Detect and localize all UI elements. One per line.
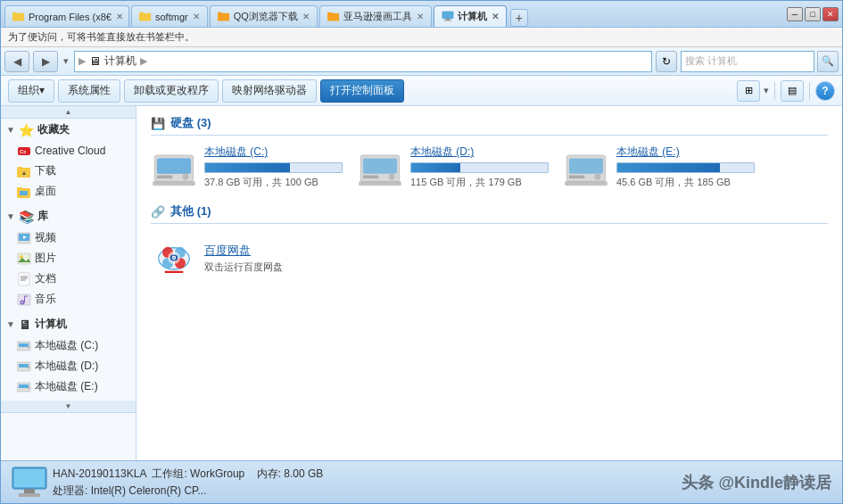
help-button[interactable]: ?: [815, 81, 835, 101]
sidebar-item-label: Creative Cloud: [35, 145, 105, 157]
other-section: 🔗 其他 (1): [151, 203, 828, 283]
new-tab-button[interactable]: +: [510, 9, 528, 27]
path-separator: ▶: [79, 55, 86, 67]
drive-e-name: 本地磁盘 (E:): [616, 145, 755, 160]
svg-point-36: [28, 346, 29, 348]
tab-amazon-tool[interactable]: 亚马逊漫画工具 ✕: [319, 5, 432, 27]
drive-e-svg: [563, 145, 609, 188]
close-button[interactable]: ✕: [822, 7, 839, 21]
baidu-cloud-name: 百度网盘: [204, 243, 828, 259]
download-icon: [17, 164, 31, 178]
address-arrow: ▶: [140, 55, 147, 67]
view-dropdown[interactable]: ▾: [764, 85, 769, 96]
drive-e-item[interactable]: 本地磁盘 (E:) 45.6 GB 可用，共 185 GB: [563, 145, 755, 189]
search-bar: 搜索 计算机: [681, 51, 814, 72]
svg-point-56: [595, 174, 601, 180]
svg-rect-22: [18, 253, 30, 264]
video-icon: [17, 231, 31, 245]
drive-d-svg: [357, 145, 403, 188]
sidebar-item-creative-cloud[interactable]: Cc Creative Cloud: [1, 141, 136, 161]
svg-rect-70: [14, 469, 45, 487]
sidebar-item-c-drive[interactable]: 本地磁盘 (C:): [1, 335, 136, 356]
sidebar-scroll-up[interactable]: ▲: [1, 106, 136, 119]
creative-cloud-icon: Cc: [17, 144, 31, 158]
sidebar-item-documents[interactable]: 文档: [1, 269, 136, 289]
drives-grid: 本地磁盘 (C:) 37.8 GB 可用，共 100 GB: [151, 145, 828, 189]
drive-d-name: 本地磁盘 (D:): [410, 145, 549, 160]
search-button[interactable]: 🔍: [817, 51, 839, 72]
back-button[interactable]: ◀: [4, 51, 29, 72]
drive-d-info: 本地磁盘 (D:) 115 GB 可用，共 179 GB: [410, 145, 549, 189]
address-computer-icon: 🖥: [89, 54, 101, 68]
baidu-cloud-icon-wrap: [151, 236, 197, 279]
status-line1: HAN-20190113KLA 工作组: WorkGroup 内存: 8.00 …: [53, 467, 682, 482]
status-line2: 处理器: Intel(R) Celeron(R) CP...: [53, 483, 682, 499]
memory-label: 内存:: [257, 467, 281, 480]
processor-value: Intel(R) Celeron(R) CP...: [91, 484, 207, 497]
workgroup-value: WorkGroup: [190, 467, 244, 480]
svg-rect-57: [569, 176, 584, 178]
separator2: [809, 82, 810, 100]
drive-c-info: 本地磁盘 (C:) 37.8 GB 可用，共 100 GB: [204, 145, 343, 189]
sidebar-item-label: 本地磁盘 (E:): [35, 379, 98, 394]
separator: [774, 82, 775, 100]
tab-label: QQ浏览器下载: [234, 10, 298, 23]
refresh-button[interactable]: ↻: [656, 51, 677, 72]
sidebar-library-title[interactable]: ▼ 📚 库: [1, 205, 136, 227]
tab-qq-download[interactable]: QQ浏览器下载 ✕: [210, 5, 318, 27]
minimize-button[interactable]: ─: [787, 7, 803, 21]
tab-close-icon[interactable]: ✕: [193, 12, 200, 21]
tab-close-icon[interactable]: ✕: [417, 12, 424, 21]
expand-icon: ▼: [6, 125, 15, 135]
computer-name: HAN-20190113KLA: [53, 467, 146, 480]
system-properties-button[interactable]: 系统属性: [58, 79, 120, 103]
maximize-button[interactable]: □: [805, 7, 821, 21]
sidebar-item-label: 桌面: [35, 184, 56, 199]
sidebar-item-d-drive[interactable]: 本地磁盘 (D:): [1, 356, 136, 376]
music-icon: [17, 293, 31, 307]
recent-button[interactable]: ▾: [63, 55, 69, 67]
sidebar-item-label: 图片: [35, 251, 56, 266]
other-section-icon: 🔗: [151, 205, 165, 219]
workgroup-label: 工作组:: [152, 467, 186, 480]
sidebar-item-pictures[interactable]: 图片: [1, 248, 136, 269]
tab-close-icon[interactable]: ✕: [116, 12, 123, 21]
svg-rect-72: [19, 493, 40, 497]
sidebar-favorites-section: ▼ ⭐ 收藏夹 Cc Creative Cloud: [1, 119, 136, 202]
sidebar-scroll-down[interactable]: ▼: [1, 401, 136, 413]
view-toggle-button[interactable]: ⊞: [737, 80, 760, 102]
memory-value: 8.00 GB: [284, 467, 323, 480]
drive-d-item[interactable]: 本地磁盘 (D:) 115 GB 可用，共 179 GB: [357, 145, 549, 189]
drive-e-bar-wrap: [616, 162, 755, 173]
uninstall-button[interactable]: 卸载或更改程序: [124, 79, 219, 103]
forward-button[interactable]: ▶: [33, 51, 58, 72]
tab-label: 计算机: [458, 10, 487, 23]
tab-program-files[interactable]: Program Files (x8€ ✕: [4, 5, 129, 27]
organize-button[interactable]: 组织▾: [8, 79, 54, 103]
tab-computer[interactable]: 计算机 ✕: [434, 5, 507, 27]
svg-point-51: [389, 174, 395, 180]
sidebar-item-video[interactable]: 视频: [1, 227, 136, 248]
svg-rect-17: [17, 187, 22, 190]
sidebar-item-music[interactable]: 音乐: [1, 289, 136, 310]
sidebar-computer-title[interactable]: ▼ 🖥 计算机: [1, 313, 136, 335]
drive-d-bar-wrap: [410, 162, 549, 173]
sidebar-item-download[interactable]: 下载: [1, 161, 136, 181]
map-drive-button[interactable]: 映射网络驱动器: [222, 79, 317, 103]
sidebar-item-e-drive[interactable]: 本地磁盘 (E:): [1, 376, 136, 397]
address-bar[interactable]: ▶ 🖥 计算机 ▶: [74, 51, 652, 72]
svg-rect-47: [157, 176, 172, 178]
tab-folder-icon: [139, 11, 152, 23]
svg-rect-8: [442, 11, 453, 18]
tab-close-icon[interactable]: ✕: [492, 12, 499, 21]
window-controls: ─ □ ✕: [787, 7, 839, 21]
library-label: 库: [37, 209, 48, 224]
control-panel-button[interactable]: 打开控制面板: [320, 79, 404, 103]
tab-softmgr[interactable]: softmgr ✕: [131, 5, 208, 27]
drive-c-item[interactable]: 本地磁盘 (C:) 37.8 GB 可用，共 100 GB: [151, 145, 343, 189]
sidebar-item-desktop[interactable]: 桌面: [1, 181, 136, 202]
tab-close-icon[interactable]: ✕: [302, 12, 310, 21]
baidu-cloud-item[interactable]: 百度网盘 双击运行百度网盘: [151, 233, 828, 283]
details-view-button[interactable]: ▤: [781, 80, 804, 102]
sidebar-favorites-title[interactable]: ▼ ⭐ 收藏夹: [1, 119, 136, 141]
